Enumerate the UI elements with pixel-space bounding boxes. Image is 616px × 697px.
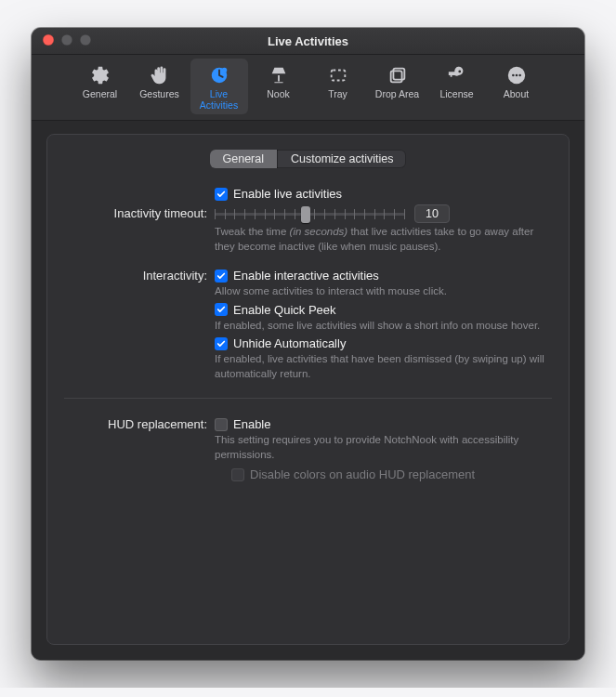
svg-point-8: [518, 74, 521, 77]
hud-disable-colors-label: Disable colors on audio HUD replacement: [250, 467, 475, 481]
gear-icon: [73, 64, 127, 86]
zoom-window-button[interactable]: [80, 34, 91, 46]
settings-form: Enable live activities Inactivity timeou…: [47, 181, 569, 385]
enable-quick-peek-desc: If enabled, some live activities will sh…: [215, 319, 548, 334]
inactivity-timeout-slider[interactable]: [215, 204, 405, 223]
interactivity-label: Interactivity:: [68, 267, 215, 283]
toolbar-tab-license[interactable]: License: [428, 59, 486, 114]
enable-quick-peek-label: Enable Quick Peek: [233, 303, 336, 317]
section-divider: [64, 398, 552, 399]
toolbar-tab-live-activities[interactable]: Live Activities: [190, 59, 248, 114]
close-window-button[interactable]: [43, 34, 54, 46]
inactivity-timeout-value[interactable]: 10: [414, 204, 450, 223]
svg-point-6: [512, 74, 515, 77]
toolbar-tab-nook[interactable]: Nook: [250, 59, 308, 114]
unhide-automatically-checkbox[interactable]: [215, 337, 228, 350]
preferences-window: Live Activities General Gestures Live Ac…: [32, 28, 584, 660]
hud-enable-label: Enable: [233, 417, 270, 431]
toolbar-label: License: [430, 88, 484, 99]
hud-disable-colors-checkbox: [231, 468, 244, 481]
svg-point-7: [515, 74, 518, 77]
toolbar-tab-gestures[interactable]: Gestures: [131, 59, 189, 114]
enable-interactive-activities-checkbox[interactable]: [215, 270, 228, 283]
toolbar-label: About: [490, 88, 544, 99]
hud-enable-desc: This setting requires you to provide Not…: [215, 433, 548, 462]
hud-replacement-label: HUD replacement:: [68, 415, 215, 431]
sub-tab-customize[interactable]: Customize activities: [277, 150, 406, 168]
toolbar-label: Nook: [252, 88, 306, 99]
enable-interactive-activities-label: Enable interactive activities: [233, 269, 379, 283]
toolbar-label: Gestures: [133, 88, 187, 99]
toolbar-tab-drop-area[interactable]: Drop Area: [369, 59, 426, 114]
enable-interactive-activities-desc: Allow some activities to interact with m…: [215, 284, 548, 299]
key-icon: [430, 64, 484, 86]
content-area: General Customize activities Enable live…: [32, 121, 584, 660]
ellipsis-circle-icon: [490, 64, 544, 86]
inactivity-timeout-desc: Tweak the time (in seconds) that live ac…: [215, 225, 548, 254]
toolbar-tab-tray[interactable]: Tray: [309, 59, 367, 114]
enable-quick-peek-checkbox[interactable]: [215, 303, 228, 316]
slider-knob[interactable]: [301, 206, 310, 223]
enable-live-activities-label: Enable live activities: [233, 187, 342, 201]
unhide-automatically-desc: If enabled, live activities that have be…: [215, 352, 548, 381]
sub-tab-control: General Customize activities: [210, 150, 407, 168]
sub-tab-general[interactable]: General: [210, 150, 277, 168]
clock-activity-icon: [192, 64, 246, 86]
toolbar-label: General: [73, 88, 127, 99]
svg-point-1: [221, 68, 227, 73]
settings-panel: General Customize activities Enable live…: [46, 134, 570, 645]
hud-enable-checkbox[interactable]: [215, 418, 228, 431]
minimize-window-button[interactable]: [61, 34, 72, 46]
rect-dashed-icon: [311, 64, 365, 86]
preferences-toolbar: General Gestures Live Activities Nook Tr: [32, 55, 584, 121]
toolbar-label: Drop Area: [371, 88, 425, 99]
toolbar-tab-about[interactable]: About: [488, 59, 545, 114]
rect-stack-icon: [371, 64, 425, 86]
toolbar-label: Tray: [311, 88, 365, 99]
enable-live-activities-checkbox[interactable]: [215, 188, 228, 201]
svg-rect-4: [390, 71, 401, 82]
window-title: Live Activities: [268, 34, 348, 48]
toolbar-tab-general[interactable]: General: [72, 59, 129, 114]
svg-rect-2: [331, 71, 345, 81]
inactivity-timeout-label: Inactivity timeout:: [68, 204, 215, 220]
toolbar-label: Live Activities: [192, 88, 246, 111]
svg-rect-3: [393, 69, 404, 80]
hand-icon: [133, 64, 187, 86]
titlebar: Live Activities: [32, 28, 584, 55]
window-controls: [43, 34, 91, 46]
lamp-icon: [252, 64, 306, 86]
unhide-automatically-label: Unhide Automatically: [233, 336, 346, 350]
